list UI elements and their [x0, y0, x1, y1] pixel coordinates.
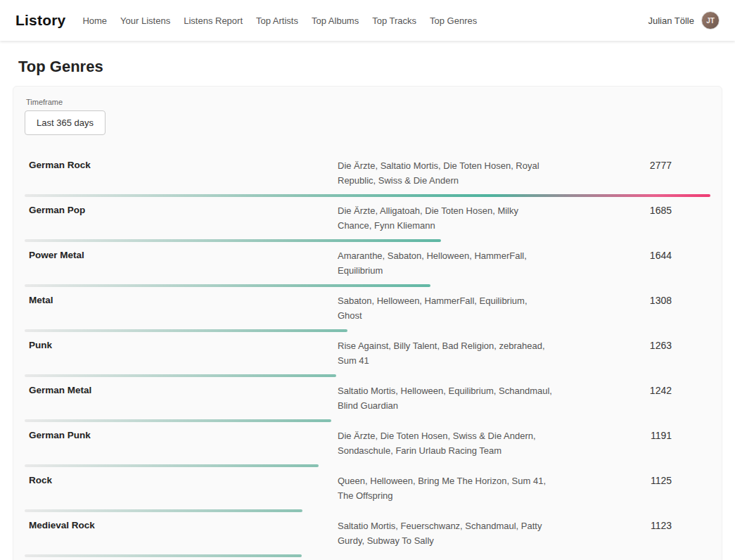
user-name: Julian Tölle [648, 15, 694, 26]
nav-item-home[interactable]: Home [82, 15, 107, 26]
nav-item-top-artists[interactable]: Top Artists [256, 15, 298, 26]
genre-name: German Pop [25, 203, 338, 215]
genre-artists: Die Ärzte, Die Toten Hosen, Swiss & Die … [338, 428, 552, 458]
nav-item-listens-report[interactable]: Listens Report [184, 15, 243, 26]
genre-artists: Die Ärzte, Alligatoah, Die Toten Hosen, … [338, 203, 552, 233]
genre-artists: Amaranthe, Sabaton, Helloween, HammerFal… [338, 248, 552, 278]
genre-row: German Rock Die Ärzte, Saltatio Mortis, … [25, 152, 710, 197]
genre-row: Metal Sabaton, Helloween, HammerFall, Eq… [25, 287, 710, 332]
genre-name: German Rock [25, 158, 338, 170]
genre-artists: Rise Against, Billy Talent, Bad Religion… [338, 338, 552, 368]
genre-row: German Metal Saltatio Mortis, Helloween,… [25, 377, 710, 422]
page-title: Top Genres [0, 58, 735, 76]
genre-count: 1123 [552, 518, 710, 531]
top-genres-card: Timeframe Last 365 days German Rock Die … [13, 86, 722, 560]
genre-artists: Queen, Helloween, Bring Me The Horizon, … [338, 473, 552, 503]
genre-count: 1242 [552, 383, 710, 396]
timeframe-label: Timeframe [25, 98, 710, 106]
genre-artists: Saltatio Mortis, Feuerschwanz, Schandmau… [338, 518, 552, 548]
genre-row: Medieval Rock Saltatio Mortis, Feuerschw… [25, 512, 710, 557]
genre-name: Punk [25, 338, 338, 350]
genre-name: Metal [25, 293, 338, 305]
genre-artists: Sabaton, Helloween, HammerFall, Equilibr… [338, 293, 552, 323]
genre-list: German Rock Die Ärzte, Saltatio Mortis, … [25, 152, 710, 560]
genre-count: 1263 [552, 338, 710, 351]
nav-item-top-albums[interactable]: Top Albums [312, 15, 359, 26]
user-menu[interactable]: Julian Tölle JT [648, 11, 720, 30]
genre-name: Power Metal [25, 248, 338, 260]
genre-artists: Die Ärzte, Saltatio Mortis, Die Toten Ho… [338, 158, 552, 188]
nav-item-top-genres[interactable]: Top Genres [430, 15, 477, 26]
genre-count: 1308 [552, 293, 710, 306]
genre-row: Punk Rise Against, Billy Talent, Bad Rel… [25, 332, 710, 377]
genre-count: 1125 [552, 473, 710, 486]
genre-row: German Punk Die Ärzte, Die Toten Hosen, … [25, 422, 710, 467]
top-navbar: Listory Home Your Listens Listens Report… [0, 0, 735, 41]
genre-name: German Punk [25, 428, 338, 440]
nav-item-top-tracks[interactable]: Top Tracks [372, 15, 416, 26]
genre-name: Rock [25, 473, 338, 485]
genre-count: 2777 [552, 158, 710, 171]
genre-artists: Saltatio Mortis, Helloween, Equilibrium,… [338, 383, 552, 413]
genre-count: 1685 [552, 203, 710, 216]
genre-name: Medieval Rock [25, 518, 338, 530]
genre-row: Rock Queen, Helloween, Bring Me The Hori… [25, 467, 710, 512]
genre-row: Melodic Metal Unleash The Archers, Hello… [25, 557, 710, 560]
main-nav: Home Your Listens Listens Report Top Art… [82, 15, 477, 26]
genre-row: Power Metal Amaranthe, Sabaton, Hellowee… [25, 242, 710, 287]
genre-name: German Metal [25, 383, 338, 395]
nav-item-your-listens[interactable]: Your Listens [120, 15, 170, 26]
app-logo[interactable]: Listory [15, 12, 65, 29]
user-avatar: JT [701, 11, 720, 30]
timeframe-select[interactable]: Last 365 days [25, 110, 106, 135]
genre-count: 1191 [552, 428, 710, 441]
genre-row: German Pop Die Ärzte, Alligatoah, Die To… [25, 197, 710, 242]
genre-count: 1644 [552, 248, 710, 261]
